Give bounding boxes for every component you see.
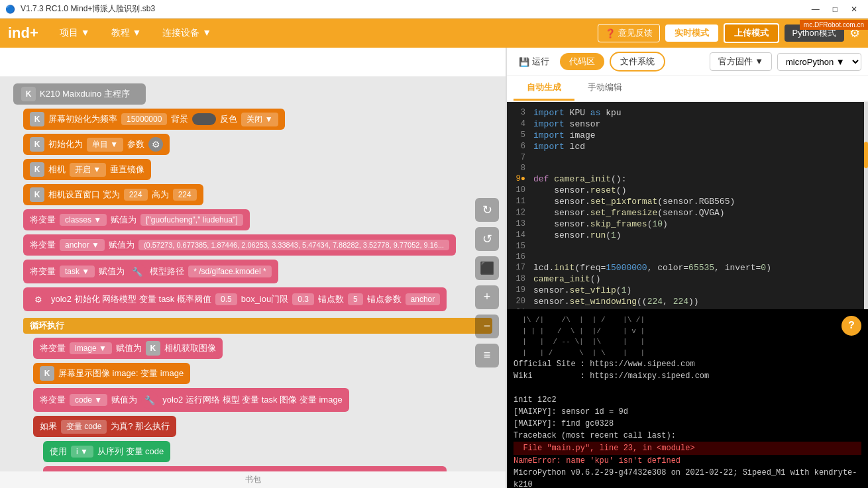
header-label: K210 Maixduino 主程序 xyxy=(40,88,130,100)
rotate-ccw-button[interactable]: ↺ xyxy=(475,227,499,251)
code-editor[interactable]: 3import KPU as kpu 4import sensor 5impor… xyxy=(507,102,868,309)
tab-manual-edit[interactable]: 手动编辑 xyxy=(574,76,635,101)
camera-open-dropdown[interactable]: 开启 ▼ xyxy=(70,163,106,177)
close-dropdown[interactable]: 关闭 ▼ xyxy=(241,113,278,126)
gear-param-icon[interactable]: ⚙ xyxy=(148,137,163,152)
terminal-ascii-2: | | | / \ | |/ | v | xyxy=(514,326,861,337)
if-code-var: 变量 code xyxy=(61,420,107,434)
block-camera[interactable]: K 相机 开启 ▼ 垂直镜像 xyxy=(23,159,151,180)
terminal-line-name-error: NameError: name 'kpu' isn't defined xyxy=(514,455,861,467)
menu-button[interactable]: ≡ xyxy=(475,344,499,367)
block-var-classes[interactable]: 将变量 classes ▼ 赋值为 ["guofucheng"," liudeh… xyxy=(23,209,250,230)
height-value: 224 xyxy=(173,189,197,201)
i-var[interactable]: i ▼ xyxy=(71,446,93,458)
menu-project[interactable]: 项目 ▼ xyxy=(54,24,95,42)
terminal[interactable]: |\ /| /\ | | / |\ /| | | | / \ | |/ | v … xyxy=(507,309,868,488)
side-controls: ↻ ↺ ⬛ + − ≡ xyxy=(475,198,499,367)
terminal-blank-1 xyxy=(514,382,861,394)
code-area-button[interactable]: 代码区 xyxy=(560,53,604,70)
official-firmware-button[interactable]: 官方固件 ▼ xyxy=(710,52,772,71)
zoom-out-button[interactable]: − xyxy=(475,315,499,338)
block-var-code[interactable]: 将变量 code ▼ 赋值为 🔧 yolo2 运行网络 模型 变量 task 图… xyxy=(33,388,349,412)
menu-connect[interactable]: 连接设备 ▼ xyxy=(157,24,217,42)
menu-tutorial[interactable]: 教程 ▼ xyxy=(106,24,147,42)
block-camera-window[interactable]: K 相机设置窗口 宽为 224 高为 224 xyxy=(23,184,203,205)
code-line-7: 7 xyxy=(507,152,868,163)
code-var[interactable]: code ▼ xyxy=(70,394,107,406)
run-button[interactable]: 💾 运行 xyxy=(514,53,555,70)
anchor-count: 5 xyxy=(348,293,363,305)
code-line-8: 8 xyxy=(507,163,868,173)
minimize-btn[interactable]: — xyxy=(806,5,825,14)
tab-auto-generate[interactable]: 自动生成 xyxy=(514,76,574,101)
code-line-17: 17lcd.init(freq=15000000, color=65535, i… xyxy=(507,262,868,273)
terminal-line-gc0328: [MAIXPY]: find gc0328 xyxy=(514,418,861,430)
feedback-button[interactable]: ❓ 意见反馈 xyxy=(598,24,660,42)
right-toolbar: 💾 运行 代码区 文件系统 官方固件 ▼ microPython ▼ xyxy=(507,48,868,76)
block-area: K K210 Maixduino 主程序 K 屏幕初始化为频率 15000000… xyxy=(0,77,506,488)
k-icon: K xyxy=(21,87,36,101)
block-use-i[interactable]: 使用 i ▼ 从序列 变量 code xyxy=(43,441,170,462)
toolbar-row xyxy=(0,48,506,77)
code-line-14: 14 sensor.run(1) xyxy=(507,230,868,241)
cog-icon-yolo: ⚙ xyxy=(30,291,47,308)
k-icon-4: K xyxy=(30,162,44,177)
close-btn[interactable]: ✕ xyxy=(845,5,863,14)
task-var[interactable]: task ▼ xyxy=(60,266,95,277)
watermark: mc.DFRobot.com.cn xyxy=(800,20,868,30)
screenshot-button[interactable]: ⬛ xyxy=(475,256,499,280)
block-init[interactable]: K 初始化为 单目 ▼ 参数 ⚙ xyxy=(23,134,170,155)
zoom-in-button[interactable]: + xyxy=(475,285,499,309)
code-scrollbar[interactable] xyxy=(864,102,868,309)
code-line-11: 11 sensor.set_pixformat(sensor.RGB565) xyxy=(507,196,868,207)
anchor-var[interactable]: anchor ▼ xyxy=(60,239,105,251)
terminal-line-i2c: init i2c2 xyxy=(514,394,861,406)
micropython-select[interactable]: microPython ▼ xyxy=(777,53,861,71)
cog-icon-task: 🔧 xyxy=(129,263,146,280)
app-icon: 🔵 xyxy=(5,5,15,14)
block-var-anchor[interactable]: 将变量 anchor ▼ 赋值为 (0.57273, 0.677385, 1.8… xyxy=(23,234,456,256)
terminal-line-error-file: File "main.py", line 23, in <module> xyxy=(514,442,861,455)
left-panel: K K210 Maixduino 主程序 K 屏幕初始化为频率 15000000… xyxy=(0,48,507,488)
upload-mode-button[interactable]: 上传模式 xyxy=(724,23,779,43)
image-var[interactable]: image ▼ xyxy=(70,342,112,354)
terminal-ascii-4: | | / \ | \ | | xyxy=(514,348,861,359)
bottom-label: 书包 xyxy=(0,471,506,488)
title-bar: 🔵 V1.7.3 RC1.0 Mind+博派人脸识别.sb3 — □ ✕ xyxy=(0,0,868,19)
logo: ind+ xyxy=(8,24,38,42)
block-if[interactable]: 如果 变量 code 为真? 那么执行 xyxy=(33,416,176,437)
code-tabs: 自动生成 手动编辑 xyxy=(507,76,868,102)
task-path-value: * /sd/glface.kmodel * xyxy=(188,266,271,277)
code-line-15: 15 xyxy=(507,241,868,252)
terminal-line-official: Official Site : https://www.sipeed.com xyxy=(514,358,861,370)
right-panel: 💾 运行 代码区 文件系统 官方固件 ▼ microPython ▼ 自动生成 … xyxy=(507,48,868,488)
code-line-9: 9●def camera_init(): xyxy=(507,173,868,185)
block-screen-init[interactable]: K 屏幕初始化为频率 15000000 背景 反色 关闭 ▼ xyxy=(23,109,285,130)
block-screen-show-1[interactable]: K 屏幕显示图像 image: 变量 image xyxy=(33,363,190,384)
block-header[interactable]: K K210 Maixduino 主程序 xyxy=(13,83,146,105)
k-icon-6: K xyxy=(146,341,160,356)
code-line-6: 6import lcd xyxy=(507,141,868,152)
block-var-image[interactable]: 将变量 image ▼ 赋值为 K 相机获取图像 xyxy=(33,338,223,359)
title-text: V1.7.3 RC1.0 Mind+博派人脸识别.sb3 xyxy=(21,3,155,15)
classes-var[interactable]: classes ▼ xyxy=(60,214,107,226)
init-mono-dropdown[interactable]: 单目 ▼ xyxy=(87,138,123,152)
filesystem-button[interactable]: 文件系统 xyxy=(610,52,665,72)
block-yolo2-init[interactable]: ⚙ yolo2 初始化 网络模型 变量 task 概率阈值 0.5 box_io… xyxy=(23,287,447,311)
block-var-task[interactable]: 将变量 task ▼ 赋值为 🔧 模型路径 * /sd/glface.kmode… xyxy=(23,260,278,283)
real-mode-button[interactable]: 实时模式 xyxy=(665,24,718,42)
block-editor[interactable]: K K210 Maixduino 主程序 K 屏幕初始化为频率 15000000… xyxy=(0,77,506,488)
rotate-cw-button[interactable]: ↻ xyxy=(475,198,499,222)
code-line-20: 20sensor.set_windowing((224, 224)) xyxy=(507,296,868,307)
code-line-3: 3import KPU as kpu xyxy=(507,107,868,119)
screen-init-text: 屏幕初始化为频率 xyxy=(48,113,117,125)
maximize-btn[interactable]: □ xyxy=(828,5,843,14)
terminal-ascii-1: |\ /| /\ | | / |\ /| xyxy=(514,315,861,326)
terminal-line-micropython: MicroPython v0.6.2-29-g47432e308 on 2021… xyxy=(514,467,861,488)
loop-label: 循环执行 xyxy=(23,318,492,334)
bg-toggle[interactable] xyxy=(192,113,216,125)
help-bubble-button[interactable]: ? xyxy=(841,316,861,336)
code-line-12: 12 sensor.set_framesize(sensor.QVGA) xyxy=(507,207,868,219)
iou-value: 0.3 xyxy=(292,293,314,305)
classes-value: ["guofucheng"," liudehua"] xyxy=(140,214,243,226)
